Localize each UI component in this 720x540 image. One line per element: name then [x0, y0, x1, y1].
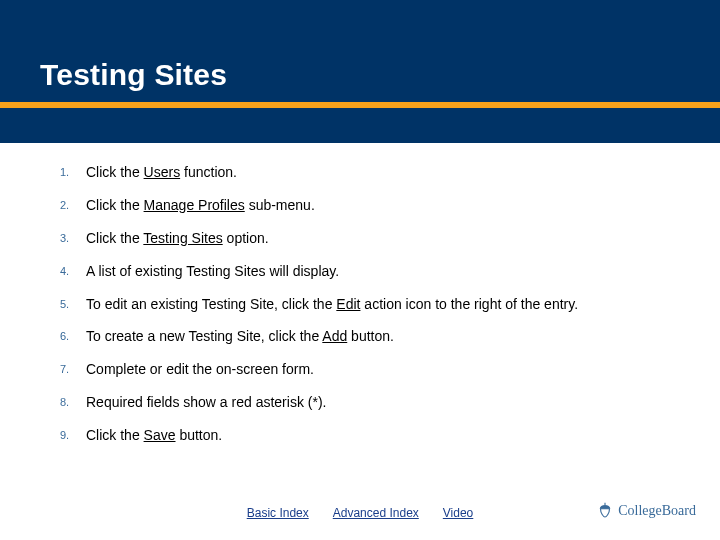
step-number: 9. — [60, 426, 86, 443]
logo-text: CollegeBoard — [618, 503, 696, 519]
step-text: Complete or edit the on-screen form. — [86, 360, 680, 379]
step-row: 4.A list of existing Testing Sites will … — [60, 262, 680, 281]
step-row: 1.Click the Users function. — [60, 163, 680, 182]
slide: Testing Sites 1.Click the Users function… — [0, 0, 720, 540]
page-title: Testing Sites — [40, 58, 227, 92]
footer-link[interactable]: Advanced Index — [333, 506, 419, 520]
underlined-term: Manage Profiles — [144, 197, 245, 213]
step-row: 9.Click the Save button. — [60, 426, 680, 445]
step-text: Click the Save button. — [86, 426, 680, 445]
underlined-term: Edit — [336, 296, 360, 312]
step-text: To edit an existing Testing Site, click … — [86, 295, 680, 314]
footer-link[interactable]: Video — [443, 506, 473, 520]
step-row: 8.Required fields show a red asterisk (*… — [60, 393, 680, 412]
accent-bar — [0, 102, 720, 108]
footer-link[interactable]: Basic Index — [247, 506, 309, 520]
collegeboard-logo: CollegeBoard — [596, 502, 696, 520]
step-number: 3. — [60, 229, 86, 246]
underlined-term: Add — [322, 328, 347, 344]
step-number: 8. — [60, 393, 86, 410]
step-text: Click the Manage Profiles sub-menu. — [86, 196, 680, 215]
steps-list: 1.Click the Users function.2.Click the M… — [60, 163, 680, 459]
step-number: 1. — [60, 163, 86, 180]
step-text: Click the Testing Sites option. — [86, 229, 680, 248]
header-band: Testing Sites — [0, 0, 720, 143]
step-text: Required fields show a red asterisk (*). — [86, 393, 680, 412]
step-text: To create a new Testing Site, click the … — [86, 327, 680, 346]
step-number: 6. — [60, 327, 86, 344]
step-row: 6.To create a new Testing Site, click th… — [60, 327, 680, 346]
underlined-term: Testing Sites — [143, 230, 222, 246]
step-number: 7. — [60, 360, 86, 377]
step-row: 2.Click the Manage Profiles sub-menu. — [60, 196, 680, 215]
step-row: 5.To edit an existing Testing Site, clic… — [60, 295, 680, 314]
underlined-term: Users — [144, 164, 181, 180]
step-row: 3.Click the Testing Sites option. — [60, 229, 680, 248]
step-row: 7.Complete or edit the on-screen form. — [60, 360, 680, 379]
step-text: A list of existing Testing Sites will di… — [86, 262, 680, 281]
acorn-icon — [596, 502, 614, 520]
step-text: Click the Users function. — [86, 163, 680, 182]
step-number: 5. — [60, 295, 86, 312]
underlined-term: Save — [144, 427, 176, 443]
step-number: 4. — [60, 262, 86, 279]
step-number: 2. — [60, 196, 86, 213]
